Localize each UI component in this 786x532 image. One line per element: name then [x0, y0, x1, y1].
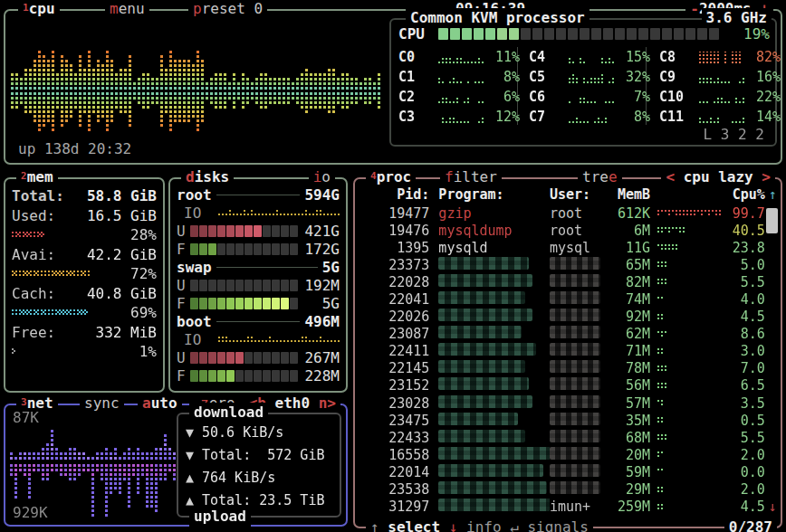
proc-pid: 23028: [355, 395, 429, 412]
proc-row[interactable]: 2202882M5.5: [355, 273, 781, 290]
proc-row[interactable]: 2347535M0.5: [355, 412, 781, 429]
proc-row[interactable]: 2201459M0.0: [355, 463, 781, 480]
proc-mem: 11G: [605, 240, 650, 256]
proc-cpu-meter: [650, 243, 725, 252]
mem-box-title[interactable]: 2mem: [16, 167, 58, 187]
meter-segment: [217, 298, 225, 309]
cpu-meter-segment: [497, 28, 507, 40]
disk-name: boot: [177, 313, 212, 330]
col-cpu[interactable]: Cpu%: [725, 186, 765, 203]
divider: [216, 267, 318, 268]
proc-user: [550, 377, 605, 394]
io-mode-button[interactable]: io: [309, 167, 335, 187]
proc-row[interactable]: 2202692M4.5: [355, 309, 781, 326]
proc-row[interactable]: 2308762M8.6: [355, 326, 781, 343]
proc-cpu-percent: 5.5: [725, 430, 765, 446]
sort-selector[interactable]: < cpu lazy >: [661, 167, 775, 187]
meter-segment: [190, 280, 198, 291]
redacted-user: [550, 447, 600, 460]
preset-button[interactable]: preset 0: [188, 0, 267, 19]
select-up-icon[interactable]: ↑: [370, 518, 379, 532]
proc-row[interactable]: 19476mysqldumproot6M40.5: [355, 222, 781, 239]
proc-row[interactable]: 31297imun+259M4.5↓: [355, 499, 781, 516]
proc-program: [438, 360, 550, 376]
filter-button[interactable]: filter: [440, 167, 502, 187]
down-arrow-icon: ▼: [186, 424, 202, 441]
meter-segment: [244, 280, 253, 291]
disk-free-letter: F: [177, 241, 190, 258]
proc-row[interactable]: 2241171M3.0: [355, 343, 781, 360]
proc-program: [438, 464, 550, 480]
proc-program: [438, 309, 550, 325]
proc-row[interactable]: 2337365M5.0: [355, 256, 781, 273]
interval-minus-button[interactable]: -: [690, 0, 699, 17]
meter-segment: [290, 280, 298, 291]
col-user[interactable]: User:: [550, 186, 605, 203]
uptime-label: up 138d 20:32: [18, 140, 131, 157]
mem-entry-meter-row: 72%: [5, 264, 163, 284]
proc-cpu-meter: [650, 347, 725, 356]
proc-pid: 19476: [355, 223, 429, 239]
signals-button[interactable]: signals: [527, 518, 588, 532]
select-down-icon[interactable]: ↓: [449, 518, 458, 532]
proc-row[interactable]: 2353829M2.0: [355, 481, 781, 499]
meter-segment: [235, 370, 244, 382]
cpu-meter-segment: [709, 28, 719, 40]
proc-cpu-meter: [650, 486, 725, 494]
redacted-program: [438, 395, 532, 408]
proc-row[interactable]: 1655820M2.0: [355, 446, 781, 463]
proc-cpu-percent: 5.0: [725, 257, 765, 273]
redacted-program: [438, 257, 529, 270]
cpu-meter-segment: [603, 28, 613, 40]
redacted-user: [550, 377, 600, 390]
mem-entry-label: Avai:: [12, 246, 87, 263]
proc-program: [438, 413, 550, 429]
cpu-meter-segment: [615, 28, 625, 40]
disks-box-title[interactable]: disks: [181, 167, 234, 187]
proc-row[interactable]: 2302857M3.5: [355, 394, 781, 412]
disk-size: 5G: [322, 259, 340, 276]
proc-user: [550, 309, 605, 325]
proc-row[interactable]: 2315256M6.5: [355, 377, 781, 394]
disk-used-meter: [190, 352, 299, 364]
col-pid[interactable]: Pid:: [355, 186, 429, 203]
redacted-user: [550, 291, 600, 304]
meter-segment: [199, 225, 207, 237]
cpu-box-title[interactable]: 1cpu: [18, 0, 60, 19]
proc-row[interactable]: 1395mysqldmysql11G23.8: [355, 239, 781, 256]
core-row: C916%: [659, 67, 781, 87]
tree-button[interactable]: tree: [578, 167, 622, 187]
proc-program: [438, 377, 550, 394]
proc-row[interactable]: 2204174M4.0: [355, 290, 781, 308]
proc-row[interactable]: 2243368M5.5: [355, 429, 781, 446]
proc-mem: 59M: [605, 464, 650, 480]
disk-name: root: [177, 186, 212, 204]
proc-row[interactable]: 19477gziproot612K99.7: [355, 204, 781, 222]
col-program[interactable]: Program:: [438, 186, 550, 203]
proc-user: imun+: [550, 499, 605, 515]
proc-scrollbar[interactable]: [766, 208, 778, 233]
proc-cpu-percent: 2.0: [725, 447, 765, 463]
core-name: C9: [659, 69, 695, 85]
col-memb[interactable]: MemB: [605, 186, 650, 203]
upload-scale: 929K: [13, 504, 48, 521]
meter-segment: [254, 352, 262, 364]
proc-header-row: Pid: Program: User: MemB Cpu% ↑: [355, 185, 781, 204]
meter-segment: [272, 225, 280, 237]
mem-entry-percent: 72%: [119, 265, 157, 282]
meter-segment: [190, 370, 198, 382]
proc-cpu-percent: 3.5: [725, 395, 765, 412]
info-button[interactable]: info: [466, 518, 502, 532]
disk-free-row: F5G: [170, 294, 346, 312]
cpu-meter-segment: [556, 28, 566, 40]
auto-button[interactable]: auto: [138, 394, 182, 413]
disk-name-row: swap5G: [170, 258, 346, 276]
proc-row[interactable]: 2214578M7.0: [355, 360, 781, 377]
menu-button[interactable]: menu: [105, 0, 149, 19]
proc-cpu-meter-graph: [657, 365, 721, 373]
proc-box: 4proc filter tree < cpu lazy > Pid: Prog…: [353, 177, 782, 528]
proc-box-title[interactable]: 4proc: [366, 167, 416, 187]
sort-direction-icon: ↑: [765, 186, 781, 203]
select-button[interactable]: select: [388, 518, 440, 532]
sync-button[interactable]: sync: [80, 394, 124, 413]
